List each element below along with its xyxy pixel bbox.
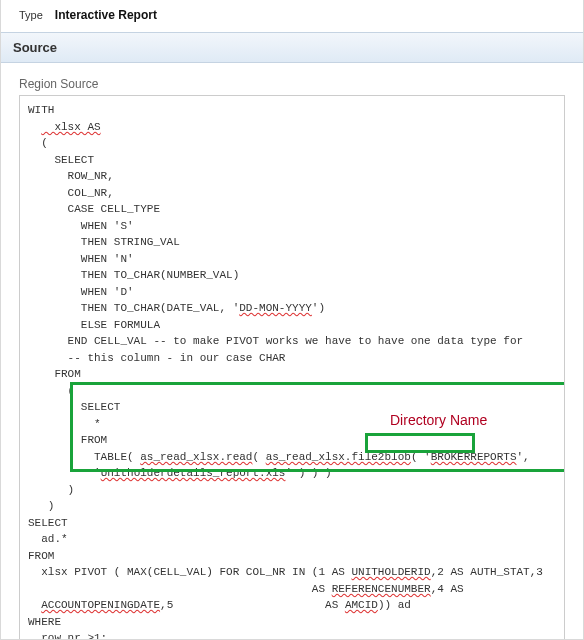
- region-source-textarea[interactable]: WITH xlsx AS ( SELECT ROW_NR, COL_NR, CA…: [19, 95, 565, 640]
- type-value: Interactive Report: [55, 8, 157, 22]
- annotation-directory-name: Directory Name: [390, 410, 487, 431]
- type-label: Type: [19, 9, 43, 21]
- region-source-block: Region Source WITH xlsx AS ( SELECT ROW_…: [1, 63, 583, 640]
- section-header-source: Source: [1, 32, 583, 63]
- region-source-label: Region Source: [19, 77, 565, 91]
- type-row: Type Interactive Report: [1, 0, 583, 32]
